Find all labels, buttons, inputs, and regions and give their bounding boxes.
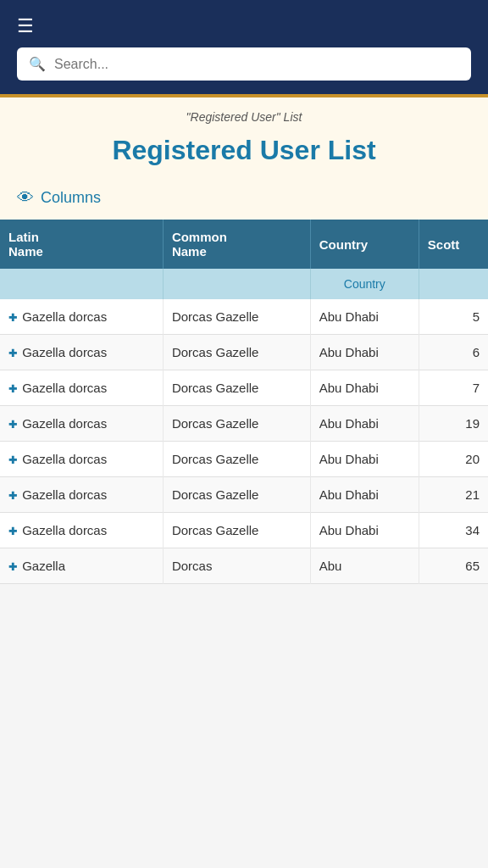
page-title: Registered User List [17,135,471,166]
cell-country: Abu [310,548,419,584]
plus-icon: ✚ [8,348,17,359]
cell-scott: 19 [419,406,488,442]
cell-common-name: Dorcas Gazelle [163,370,310,406]
table-row: ✚ Gazella dorcasDorcas GazelleAbu Dhabi2… [0,477,488,513]
table-row: ✚ Gazella dorcasDorcas GazelleAbu Dhabi3… [0,513,488,548]
filter-row: Country [0,269,488,299]
cell-common-name: Dorcas [163,548,310,584]
table-row: ✚ Gazella dorcasDorcas GazelleAbu Dhabi7 [0,370,488,406]
cell-country: Abu Dhabi [310,513,419,548]
cell-country: Abu Dhabi [310,477,419,513]
plus-icon: ✚ [8,526,17,537]
cell-country: Abu Dhabi [310,335,419,370]
page-title-area: Registered User List [0,130,488,181]
cell-common-name: Dorcas Gazelle [163,406,310,442]
col-header-country[interactable]: Country [310,220,419,269]
search-bar: 🔍 [17,47,471,81]
search-input[interactable] [54,57,459,72]
cell-country: Abu Dhabi [310,370,419,406]
cell-latin-name[interactable]: ✚ Gazella dorcas [0,406,163,442]
cell-country: Abu Dhabi [310,442,419,477]
cell-latin-name[interactable]: ✚ Gazella dorcas [0,335,163,370]
cell-latin-name[interactable]: ✚ Gazella [0,548,163,584]
breadcrumb-text: "Registered User" List [186,110,302,124]
breadcrumb: "Registered User" List [0,97,488,130]
plus-icon: ✚ [8,561,17,573]
table-row: ✚ GazellaDorcasAbu65 [0,548,488,584]
plus-icon: ✚ [8,383,17,395]
filter-common [163,269,310,299]
cell-country: Abu Dhabi [310,299,419,335]
plus-icon: ✚ [8,454,17,466]
eye-icon: 👁 [17,188,34,208]
cell-scott: 5 [419,299,488,335]
app-header: ☰ 🔍 [0,0,488,97]
col-header-scott[interactable]: Scott [419,220,488,269]
table-row: ✚ Gazella dorcasDorcas GazelleAbu Dhabi1… [0,406,488,442]
cell-scott: 65 [419,548,488,584]
cell-common-name: Dorcas Gazelle [163,442,310,477]
cell-latin-name[interactable]: ✚ Gazella dorcas [0,299,163,335]
filter-scott [419,269,488,299]
table-row: ✚ Gazella dorcasDorcas GazelleAbu Dhabi5 [0,299,488,335]
table-header-row: LatinName CommonName Country Scott [0,220,488,269]
cell-scott: 34 [419,513,488,548]
col-header-common-name[interactable]: CommonName [163,220,310,269]
plus-icon: ✚ [8,419,17,431]
data-table: LatinName CommonName Country Scott Count… [0,220,488,584]
filter-country: Country [310,269,419,299]
search-icon: 🔍 [29,56,46,72]
hamburger-menu[interactable]: ☰ [17,15,471,37]
cell-scott: 21 [419,477,488,513]
columns-label: Columns [41,189,101,207]
cell-common-name: Dorcas Gazelle [163,335,310,370]
cell-country: Abu Dhabi [310,406,419,442]
cell-scott: 20 [419,442,488,477]
cell-latin-name[interactable]: ✚ Gazella dorcas [0,513,163,548]
data-table-container: LatinName CommonName Country Scott Count… [0,220,488,584]
cell-common-name: Dorcas Gazelle [163,513,310,548]
columns-row[interactable]: 👁 Columns [0,181,488,220]
cell-latin-name[interactable]: ✚ Gazella dorcas [0,370,163,406]
filter-latin [0,269,163,299]
plus-icon: ✚ [8,490,17,502]
col-header-latin-name[interactable]: LatinName [0,220,163,269]
table-row: ✚ Gazella dorcasDorcas GazelleAbu Dhabi2… [0,442,488,477]
cell-latin-name[interactable]: ✚ Gazella dorcas [0,477,163,513]
cell-common-name: Dorcas Gazelle [163,299,310,335]
table-row: ✚ Gazella dorcasDorcas GazelleAbu Dhabi6 [0,335,488,370]
cell-common-name: Dorcas Gazelle [163,477,310,513]
plus-icon: ✚ [8,312,17,324]
cell-scott: 6 [419,335,488,370]
cell-scott: 7 [419,370,488,406]
cell-latin-name[interactable]: ✚ Gazella dorcas [0,442,163,477]
